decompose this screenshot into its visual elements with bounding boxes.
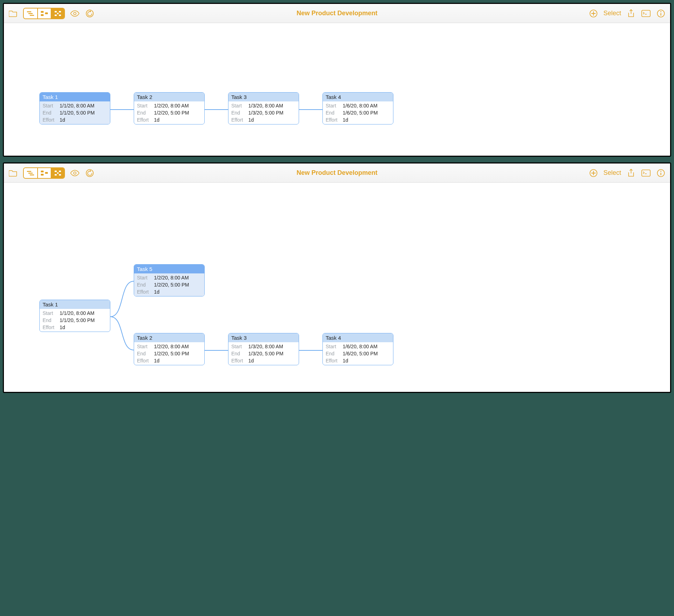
share-icon[interactable] [626, 168, 636, 178]
document-title: New Product Development [4, 169, 670, 177]
svg-rect-26 [59, 174, 61, 176]
eye-icon[interactable] [70, 168, 80, 178]
console-icon[interactable] [641, 9, 651, 18]
view-gantt-button[interactable] [24, 9, 37, 18]
document-title: New Product Development [4, 10, 670, 17]
task-start-label: Start [231, 103, 246, 109]
task-body: Start1/3/20, 8:00 AMEnd1/3/20, 5:00 PMEf… [228, 342, 299, 365]
svg-rect-27 [57, 172, 59, 174]
svg-rect-24 [55, 174, 57, 176]
task-effort-label: Effort [231, 358, 246, 364]
network-canvas[interactable]: Task 1Start1/1/20, 8:00 AMEnd1/1/20, 5:0… [4, 183, 670, 392]
task-node[interactable]: Task 2Start1/2/20, 8:00 AMEnd1/2/20, 5:0… [134, 92, 205, 124]
task-effort-label: Effort [326, 358, 341, 364]
task-node[interactable]: Task 1Start1/1/20, 8:00 AMEnd1/1/20, 5:0… [39, 92, 110, 124]
task-node[interactable]: Task 3Start1/3/20, 8:00 AMEnd1/3/20, 5:0… [228, 92, 299, 124]
task-title: Task 2 [134, 93, 204, 101]
task-end-label: End [326, 110, 341, 116]
task-effort-label: Effort [137, 358, 152, 364]
select-button[interactable]: Select [603, 169, 621, 177]
task-end-value: 1/3/20, 5:00 PM [248, 110, 283, 116]
svg-point-33 [661, 171, 662, 172]
task-end-label: End [231, 351, 246, 356]
task-effort-label: Effort [43, 324, 57, 330]
folder-icon[interactable] [8, 168, 18, 178]
svg-rect-17 [27, 171, 31, 172]
svg-point-11 [74, 12, 76, 15]
task-start-label: Start [43, 103, 57, 109]
undo-icon[interactable] [85, 9, 95, 18]
task-start-value: 1/6/20, 8:00 AM [343, 103, 377, 109]
view-mode-segmented[interactable] [23, 167, 65, 179]
svg-rect-19 [30, 174, 34, 176]
task-body: Start1/2/20, 8:00 AMEnd1/2/20, 5:00 PMEf… [134, 342, 204, 365]
task-start-value: 1/2/20, 8:00 AM [154, 275, 189, 281]
console-icon[interactable] [641, 168, 651, 178]
task-end-value: 1/3/20, 5:00 PM [248, 351, 283, 356]
view-gantt-button[interactable] [24, 168, 37, 178]
task-effort-value: 1d [343, 117, 348, 123]
task-end-value: 1/2/20, 5:00 PM [154, 351, 189, 356]
task-body: Start1/6/20, 8:00 AMEnd1/6/20, 5:00 PMEf… [323, 342, 393, 365]
task-body: Start1/2/20, 8:00 AMEnd1/2/20, 5:00 PMEf… [134, 273, 204, 296]
svg-rect-20 [41, 171, 44, 172]
task-end-label: End [137, 110, 152, 116]
task-start-label: Start [137, 275, 152, 281]
task-title: Task 4 [323, 93, 393, 101]
eye-icon[interactable] [70, 9, 80, 18]
view-mode-segmented[interactable] [23, 8, 65, 19]
task-node[interactable]: Task 1Start1/1/20, 8:00 AMEnd1/1/20, 5:0… [39, 300, 110, 332]
task-node[interactable]: Task 4Start1/6/20, 8:00 AMEnd1/6/20, 5:0… [322, 92, 393, 124]
task-title: Task 4 [323, 333, 393, 342]
dependency-connector [110, 109, 134, 110]
task-node[interactable]: Task 3Start1/3/20, 8:00 AMEnd1/3/20, 5:0… [228, 333, 299, 365]
svg-rect-21 [45, 172, 48, 174]
task-effort-label: Effort [137, 117, 152, 123]
undo-icon[interactable] [85, 168, 95, 178]
select-button[interactable]: Select [603, 10, 621, 17]
info-icon[interactable] [656, 168, 666, 178]
task-effort-value: 1d [154, 358, 160, 364]
task-effort-value: 1d [343, 358, 348, 364]
toolbar: New Product Development Select [4, 163, 670, 183]
task-start-label: Start [43, 310, 57, 316]
svg-rect-22 [41, 174, 44, 176]
view-network-button[interactable] [51, 9, 64, 18]
svg-rect-0 [27, 11, 31, 12]
task-title: Task 3 [228, 93, 299, 101]
svg-rect-3 [41, 11, 44, 13]
svg-rect-4 [45, 12, 48, 14]
task-start-value: 1/6/20, 8:00 AM [343, 344, 377, 349]
svg-rect-10 [57, 13, 59, 14]
svg-rect-5 [41, 14, 44, 16]
task-body: Start1/6/20, 8:00 AMEnd1/6/20, 5:00 PMEf… [323, 101, 393, 124]
svg-rect-31 [642, 170, 650, 176]
share-icon[interactable] [626, 9, 636, 18]
task-start-label: Start [326, 103, 341, 109]
task-start-label: Start [137, 103, 152, 109]
toolbar-left [8, 167, 95, 179]
task-node[interactable]: Task 4Start1/6/20, 8:00 AMEnd1/6/20, 5:0… [322, 333, 393, 365]
task-body: Start1/2/20, 8:00 AMEnd1/2/20, 5:00 PMEf… [134, 101, 204, 124]
network-canvas[interactable]: Task 1Start1/1/20, 8:00 AMEnd1/1/20, 5:0… [4, 23, 670, 156]
view-outline-button[interactable] [37, 168, 51, 178]
task-end-label: End [137, 282, 152, 288]
task-start-value: 1/1/20, 8:00 AM [60, 310, 94, 316]
info-icon[interactable] [656, 9, 666, 18]
task-effort-value: 1d [60, 324, 65, 330]
task-effort-value: 1d [60, 117, 65, 123]
task-title: Task 3 [228, 333, 299, 342]
task-start-label: Start [231, 344, 246, 349]
task-node[interactable]: Task 2Start1/2/20, 8:00 AMEnd1/2/20, 5:0… [134, 333, 205, 365]
task-title: Task 1 [40, 93, 110, 101]
task-node[interactable]: Task 5Start1/2/20, 8:00 AMEnd1/2/20, 5:0… [134, 264, 205, 296]
view-outline-button[interactable] [37, 9, 51, 18]
add-icon[interactable] [589, 9, 598, 18]
task-end-value: 1/2/20, 5:00 PM [154, 110, 189, 116]
folder-icon[interactable] [8, 9, 18, 18]
task-start-value: 1/2/20, 8:00 AM [154, 344, 189, 349]
task-effort-label: Effort [326, 117, 341, 123]
task-effort-value: 1d [154, 289, 160, 295]
add-icon[interactable] [589, 168, 598, 178]
view-network-button[interactable] [51, 168, 64, 178]
